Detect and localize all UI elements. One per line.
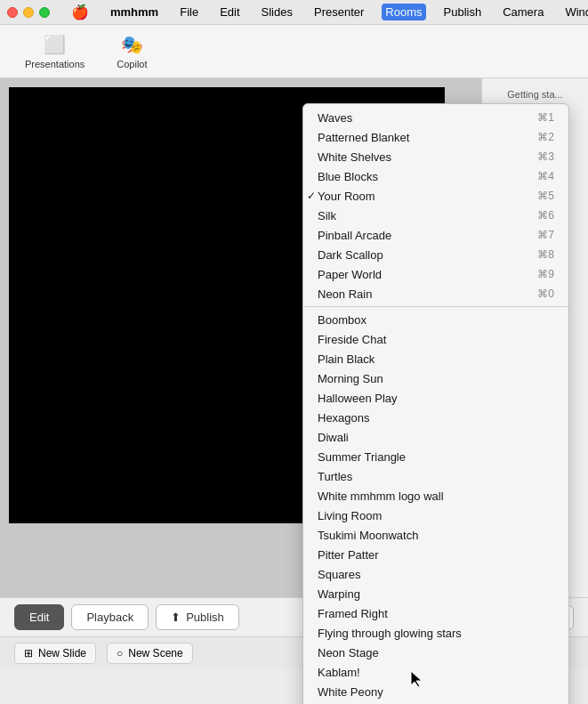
apple-menu-icon[interactable]: 🍎 (71, 4, 89, 20)
edit-button[interactable]: Edit (14, 604, 64, 630)
publish-button[interactable]: ⬆ Publish (156, 604, 239, 630)
menu-item-label: Neon Rain (318, 287, 372, 301)
menu-item-silk[interactable]: Silk ⌘6 (303, 206, 568, 225)
window-menu[interactable]: Window (561, 4, 588, 20)
menu-item-waves[interactable]: Waves ⌘1 (303, 108, 568, 127)
presenter-menu[interactable]: Presenter (310, 4, 367, 20)
menu-item-flying-through-glowing-stars[interactable]: Flying through glowing stars (303, 623, 568, 643)
menu-item-label: Pinball Arcade (318, 229, 391, 242)
menu-item-white-mmhmm-logo-wall[interactable]: White mmhmm logo wall (303, 486, 568, 506)
menu-item-label: Silk (318, 209, 336, 223)
menu-item-summer-triangle[interactable]: Summer Triangle (303, 447, 568, 466)
menu-item-label: Neon Stage (318, 646, 379, 659)
slides-menu[interactable]: Slides (258, 4, 296, 20)
presentations-button[interactable]: ⬜ Presentations (14, 28, 95, 75)
rooms-menu[interactable]: Rooms (382, 4, 425, 20)
toolbar: ⬜ Presentations 🎭 Copilot (0, 25, 588, 78)
shortcut-your-room: ⌘5 (537, 190, 554, 202)
menu-item-framed-right[interactable]: Framed Right (303, 603, 568, 623)
menu-item-label: Halloween Play (318, 392, 398, 405)
menubar: 🍎 mmhmm File Edit Slides Presenter Rooms… (0, 0, 588, 25)
close-button[interactable] (7, 7, 18, 18)
publish-icon: ⬆ (171, 611, 181, 624)
menu-item-living-room[interactable]: Living Room (303, 506, 568, 525)
shortcut-blue-blocks: ⌘4 (537, 170, 554, 182)
copilot-label: Copilot (117, 59, 147, 69)
menu-separator-1 (303, 306, 568, 307)
menu-item-neon-rain[interactable]: Neon Rain ⌘0 (303, 284, 568, 303)
traffic-lights (7, 7, 50, 18)
menu-item-label: Living Room (318, 509, 382, 522)
menu-item-label: Diwali (318, 431, 349, 444)
shortcut-patterned-blanket: ⌘2 (537, 131, 554, 143)
menu-item-label: Paper World (318, 268, 382, 281)
menu-item-label: Dark Scallop (318, 248, 383, 262)
rooms-dropdown[interactable]: Waves ⌘1 Patterned Blanket ⌘2 White Shel… (302, 103, 569, 704)
menu-item-white-shelves[interactable]: White Shelves ⌘3 (303, 147, 568, 166)
menu-item-tsukimi-moonwatch[interactable]: Tsukimi Moonwatch (303, 525, 568, 545)
menu-item-blue-blocks[interactable]: Blue Blocks ⌘4 (303, 166, 568, 186)
menu-item-label: Summer Triangle (318, 450, 406, 464)
playback-button[interactable]: Playback (71, 604, 149, 630)
menu-item-label: White mmhmm logo wall (318, 490, 444, 503)
copilot-button[interactable]: 🎭 Copilot (106, 28, 157, 75)
menu-item-squares[interactable]: Squares (303, 564, 568, 584)
new-scene-icon: ○ (117, 647, 123, 659)
main-area: Getting sta... Waves ⌘1 Patterned Blanke… (0, 78, 588, 597)
menu-item-label: Fireside Chat (318, 333, 386, 346)
shortcut-silk: ⌘6 (537, 209, 554, 222)
menu-item-warping[interactable]: Warping (303, 584, 568, 603)
presentations-label: Presentations (25, 59, 85, 69)
menu-item-neon-stage[interactable]: Neon Stage (303, 643, 568, 662)
menu-item-label: Morning Sun (318, 372, 383, 385)
menu-item-label: Turtles (318, 470, 352, 483)
menu-item-your-room[interactable]: Your Room ⌘5 (303, 186, 568, 206)
app-menu[interactable]: mmhmm (107, 4, 162, 20)
menu-item-fireside-chat[interactable]: Fireside Chat (303, 329, 568, 349)
copilot-icon: 🎭 (121, 34, 143, 55)
getting-started-text: Getting sta... (503, 85, 566, 103)
camera-menu[interactable]: Camera (499, 4, 547, 20)
shortcut-waves: ⌘1 (537, 111, 554, 124)
menu-item-morning-sun[interactable]: Morning Sun (303, 368, 568, 388)
menu-item-diwali[interactable]: Diwali (303, 427, 568, 447)
menu-item-hexagons[interactable]: Hexagons (303, 408, 568, 427)
new-slide-icon: ⊞ (24, 647, 33, 659)
menu-item-plain-black[interactable]: Plain Black (303, 349, 568, 368)
menu-item-dark-scallop[interactable]: Dark Scallop ⌘8 (303, 245, 568, 264)
menu-item-label: White Shelves (318, 150, 391, 164)
shortcut-pinball-arcade: ⌘7 (537, 229, 554, 241)
menu-item-paper-world[interactable]: Paper World ⌘9 (303, 264, 568, 284)
menu-item-boombox[interactable]: Boombox (303, 310, 568, 329)
maximize-button[interactable] (39, 7, 50, 18)
menu-item-label: Squares (318, 568, 360, 581)
publish-menu[interactable]: Publish (440, 4, 486, 20)
menu-item-pinball-arcade[interactable]: Pinball Arcade ⌘7 (303, 225, 568, 245)
shortcut-white-shelves: ⌘3 (537, 150, 554, 163)
menu-item-label: Your Room (318, 190, 375, 203)
menu-item-label: Pitter Patter (318, 548, 379, 562)
menu-item-halloween-play[interactable]: Halloween Play (303, 388, 568, 408)
menu-item-turtles[interactable]: Turtles (303, 466, 568, 486)
menu-item-label: Warping (318, 587, 360, 601)
menu-item-kablam[interactable]: Kablam! (303, 662, 568, 682)
menu-item-patterned-blanket[interactable]: Patterned Blanket ⌘2 (303, 127, 568, 147)
presentations-icon: ⬜ (44, 34, 66, 55)
menu-item-label: Blue Blocks (318, 170, 378, 183)
shortcut-paper-world: ⌘9 (537, 268, 554, 280)
menu-item-pitter-patter[interactable]: Pitter Patter (303, 545, 568, 564)
menu-item-label: Boombox (318, 313, 366, 327)
menu-item-white-peony[interactable]: White Peony (303, 682, 568, 701)
new-slide-button[interactable]: ⊞ New Slide (14, 643, 96, 664)
shortcut-dark-scallop: ⌘8 (537, 248, 554, 261)
file-menu[interactable]: File (176, 4, 202, 20)
new-slide-label: New Slide (38, 647, 86, 659)
shortcut-neon-rain: ⌘0 (537, 287, 554, 300)
menu-item-label: Patterned Blanket (318, 131, 409, 144)
edit-menu[interactable]: Edit (216, 4, 243, 20)
minimize-button[interactable] (23, 7, 34, 18)
menu-item-label: Waves (318, 111, 352, 125)
new-scene-button[interactable]: ○ New Scene (107, 643, 193, 664)
menu-item-label: Kablam! (318, 666, 360, 679)
publish-label: Publish (186, 611, 224, 624)
